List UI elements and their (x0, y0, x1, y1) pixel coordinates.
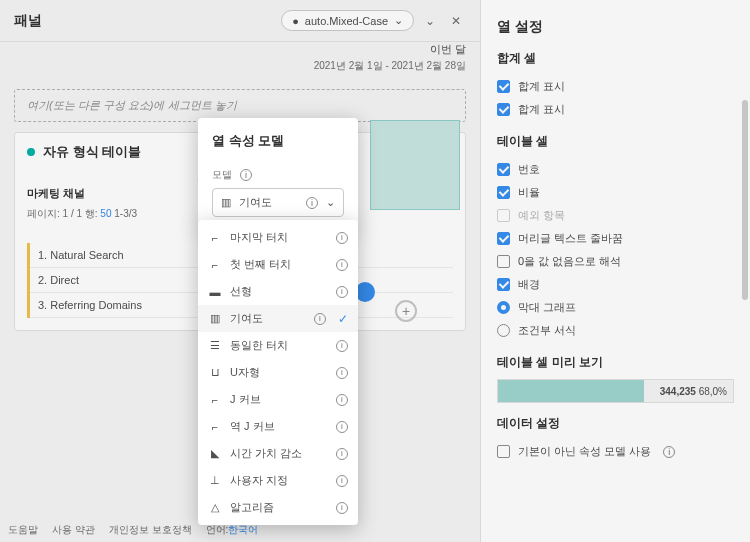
column-settings-panel: 열 설정 합계 셀 합계 표시 합계 표시 테이블 셀 번호 비율 예외 항목 … (480, 0, 750, 542)
bars-icon: ▥ (221, 196, 231, 209)
model-option[interactable]: ⊔U자형i (198, 359, 358, 386)
checkbox-nondefault-model[interactable]: 기본이 아닌 속성 모델 사용i (497, 440, 734, 463)
model-option-label: 선형 (230, 284, 328, 299)
model-option-label: 마지막 터치 (230, 230, 328, 245)
chevron-down-icon[interactable]: ⌄ (420, 11, 440, 31)
checkbox-zero-as-empty[interactable]: 0을 값 없음으로 해석 (497, 250, 734, 273)
date-range: 2021년 2월 1일 - 2021년 2월 28일 (14, 59, 466, 73)
model-icon: ⊔ (208, 366, 222, 379)
checkbox-exclude: 예외 항목 (497, 204, 734, 227)
footer-privacy[interactable]: 개인정보 보호정책 (109, 523, 192, 537)
model-dropdown-list: ⌐마지막 터치i⌐첫 번째 터치i▬선형i▥기여도i✓☰동일한 터치i⊔U자형i… (198, 220, 358, 525)
model-option[interactable]: ⊥사용자 지정i (198, 467, 358, 494)
model-option-label: 역 J 커브 (230, 419, 328, 434)
card-title: 자유 형식 테이블 (43, 143, 141, 161)
info-icon[interactable]: i (336, 502, 348, 514)
model-option-label: 사용자 지정 (230, 473, 328, 488)
footer-terms[interactable]: 사용 약관 (52, 523, 95, 537)
radio-bar-graph[interactable]: 막대 그래프 (497, 296, 734, 319)
model-icon: ◣ (208, 447, 222, 460)
radio-conditional-format[interactable]: 조건부 서식 (497, 319, 734, 342)
card-status-dot-icon (27, 148, 35, 156)
panel-title: 패널 (14, 12, 42, 30)
model-icon: ☰ (208, 339, 222, 352)
model-icon: ⌐ (208, 259, 222, 271)
info-icon[interactable]: i (336, 259, 348, 271)
model-option[interactable]: ⌐역 J 커브i (198, 413, 358, 440)
info-icon[interactable]: i (314, 313, 326, 325)
model-icon: △ (208, 501, 222, 514)
chevron-down-icon: ⌄ (394, 14, 403, 27)
model-option[interactable]: ⌐첫 번째 터치i (198, 251, 358, 278)
model-option-label: J 커브 (230, 392, 328, 407)
section-data-settings: 데이터 설정 (497, 415, 734, 432)
info-icon[interactable]: i (336, 340, 348, 352)
add-icon[interactable]: + (395, 300, 417, 322)
dropdown-dot-icon: ● (292, 15, 299, 27)
checkbox-show-total-1[interactable]: 합계 표시 (497, 75, 734, 98)
model-icon: ⌐ (208, 232, 222, 244)
blue-action-button[interactable] (355, 282, 375, 302)
model-select[interactable]: ▥ 기여도 i ⌄ (212, 188, 344, 217)
dropdown-label: auto.Mixed-Case (305, 15, 388, 27)
close-icon[interactable]: ✕ (446, 11, 466, 31)
model-option[interactable]: ☰동일한 터치i (198, 332, 358, 359)
modal-title: 열 속성 모델 (212, 132, 344, 150)
info-icon[interactable]: i (336, 448, 348, 460)
checkbox-show-total-2[interactable]: 합계 표시 (497, 98, 734, 121)
model-option-label: 동일한 터치 (230, 338, 328, 353)
date-label: 이번 달 (14, 42, 466, 57)
info-icon[interactable]: i (336, 367, 348, 379)
section-preview: 테이블 셀 미리 보기 (497, 354, 734, 371)
section-totals: 합계 셀 (497, 50, 734, 67)
model-option[interactable]: ▬선형i (198, 278, 358, 305)
model-option[interactable]: ◣시간 가치 감소i (198, 440, 358, 467)
cell-preview: 344,235 68,0% (497, 379, 734, 403)
model-icon: ▬ (208, 286, 222, 298)
footer-lang-label: 언어:한국어 (206, 523, 259, 537)
footer-lang-value[interactable]: 한국어 (228, 524, 258, 535)
model-option[interactable]: ⌐마지막 터치i (198, 224, 358, 251)
right-panel-title: 열 설정 (497, 18, 734, 36)
check-icon: ✓ (338, 312, 348, 326)
info-icon[interactable]: i (336, 232, 348, 244)
info-icon[interactable]: i (336, 421, 348, 433)
model-icon: ⌐ (208, 421, 222, 433)
scrollbar[interactable] (742, 100, 748, 300)
info-icon[interactable]: i (240, 169, 252, 181)
model-icon: ⊥ (208, 474, 222, 487)
modal-field-label: 모델 i (212, 168, 344, 182)
checkbox-background[interactable]: 배경 (497, 273, 734, 296)
model-option-label: 첫 번째 터치 (230, 257, 328, 272)
mini-chart (370, 120, 465, 260)
info-icon[interactable]: i (336, 286, 348, 298)
model-option-label: 시간 가치 감소 (230, 446, 328, 461)
footer-help[interactable]: 도움말 (8, 523, 38, 537)
checkbox-number[interactable]: 번호 (497, 158, 734, 181)
checkbox-ratio[interactable]: 비율 (497, 181, 734, 204)
info-icon[interactable]: i (336, 475, 348, 487)
chevron-down-icon: ⌄ (326, 196, 335, 209)
model-icon: ▥ (208, 312, 222, 325)
info-icon[interactable]: i (663, 446, 675, 458)
section-table-cell: 테이블 셀 (497, 133, 734, 150)
info-icon: i (306, 197, 318, 209)
checkbox-wrap-header[interactable]: 머리글 텍스트 줄바꿈 (497, 227, 734, 250)
model-icon: ⌐ (208, 394, 222, 406)
model-option-label: 알고리즘 (230, 500, 328, 515)
model-option-label: 기여도 (230, 311, 306, 326)
info-icon[interactable]: i (336, 394, 348, 406)
model-option[interactable]: ⌐J 커브i (198, 386, 358, 413)
attribution-model-modal: 열 속성 모델 모델 i ▥ 기여도 i ⌄ (198, 118, 358, 227)
model-option-label: U자형 (230, 365, 328, 380)
suite-dropdown[interactable]: ● auto.Mixed-Case ⌄ (281, 10, 414, 31)
model-option[interactable]: ▥기여도i✓ (198, 305, 358, 332)
model-option[interactable]: △알고리즘i (198, 494, 358, 521)
